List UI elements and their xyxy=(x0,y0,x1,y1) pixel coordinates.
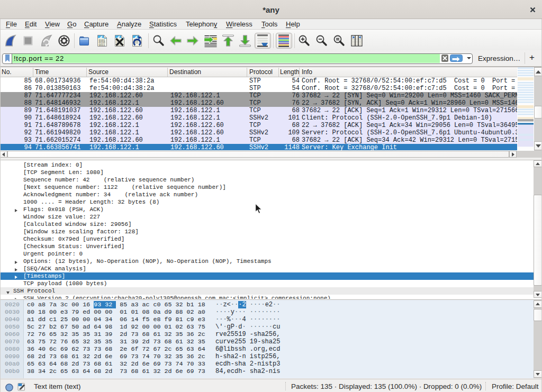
svg-text:0011: 0011 xyxy=(99,44,105,47)
